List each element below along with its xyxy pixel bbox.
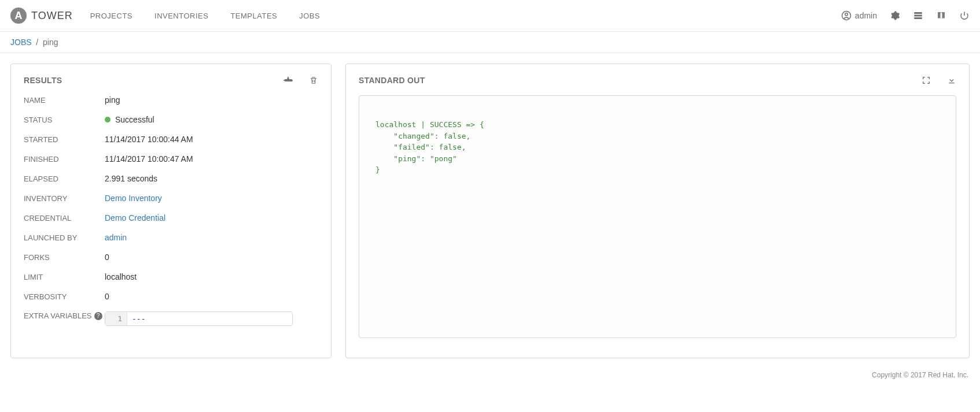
breadcrumb-current: ping <box>43 38 58 47</box>
value-started: 11/14/2017 10:00:44 AM <box>105 135 193 144</box>
brand-badge: A <box>10 8 27 24</box>
brand-logo[interactable]: A TOWER <box>10 8 73 24</box>
status-dot-icon <box>105 117 110 123</box>
label-status: STATUS <box>24 116 105 124</box>
current-user-name: admin <box>855 11 877 20</box>
current-user[interactable]: admin <box>841 10 877 21</box>
user-icon <box>841 10 852 21</box>
label-limit: LIMIT <box>24 273 105 281</box>
row-started: STARTED 11/14/2017 10:00:44 AM <box>24 135 318 144</box>
label-verbosity: VERBOSITY <box>24 292 105 301</box>
value-limit: localhost <box>105 272 137 281</box>
label-elapsed: ELAPSED <box>24 175 105 183</box>
breadcrumb-sep: / <box>34 38 43 47</box>
stdout-title: STANDARD OUT <box>359 76 425 85</box>
code-gutter: 1 <box>105 312 127 325</box>
row-verbosity: VERBOSITY 0 <box>24 292 318 301</box>
extra-vars-code[interactable]: 1 --- <box>105 311 293 326</box>
row-credential: CREDENTIAL Demo Credential <box>24 213 318 222</box>
results-panel: RESULTS NAME ping STATUS Successful <box>10 64 331 358</box>
row-launched-by: LAUNCHED BY admin <box>24 233 318 242</box>
stdout-output[interactable]: localhost | SUCCESS => { "changed": fals… <box>359 95 956 338</box>
label-extra-vars: EXTRA VARIABLES ? <box>24 311 105 320</box>
value-name: ping <box>105 95 120 105</box>
nav-projects[interactable]: PROJECTS <box>90 12 132 20</box>
label-forks: FORKS <box>24 253 105 262</box>
docs-icon[interactable] <box>936 10 946 21</box>
breadcrumb: JOBS / ping <box>0 32 980 53</box>
relaunch-icon[interactable] <box>283 76 293 85</box>
row-finished: FINISHED 11/14/2017 10:00:47 AM <box>24 154 318 164</box>
footer-copyright: Copyright © 2017 Red Hat, Inc. <box>0 369 980 381</box>
results-title: RESULTS <box>24 76 62 85</box>
value-credential-link[interactable]: Demo Credential <box>105 213 165 222</box>
row-extra-vars: EXTRA VARIABLES ? 1 --- <box>24 311 318 326</box>
value-verbosity: 0 <box>105 292 109 301</box>
label-launched-by: LAUNCHED BY <box>24 233 105 242</box>
breadcrumb-root[interactable]: JOBS <box>10 38 32 47</box>
svg-point-1 <box>845 13 848 16</box>
nav-jobs[interactable]: JOBS <box>299 12 320 20</box>
value-elapsed: 2.991 seconds <box>105 174 157 183</box>
gear-icon[interactable] <box>890 10 900 21</box>
expand-icon[interactable] <box>922 76 931 85</box>
svg-rect-3 <box>914 15 922 17</box>
value-forks: 0 <box>105 253 109 262</box>
svg-rect-4 <box>914 17 922 19</box>
label-started: STARTED <box>24 135 105 144</box>
row-elapsed: ELAPSED 2.991 seconds <box>24 174 318 183</box>
value-finished: 11/14/2017 10:00:47 AM <box>105 154 193 164</box>
power-icon[interactable] <box>959 10 970 21</box>
row-forks: FORKS 0 <box>24 253 318 262</box>
brand-name: TOWER <box>31 10 73 22</box>
download-icon[interactable] <box>947 76 956 85</box>
row-name: NAME ping <box>24 95 318 105</box>
row-status: STATUS Successful <box>24 115 318 124</box>
label-inventory: INVENTORY <box>24 194 105 203</box>
label-credential: CREDENTIAL <box>24 214 105 222</box>
user-menu-area: admin <box>841 10 970 21</box>
help-icon[interactable]: ? <box>94 312 102 320</box>
svg-rect-2 <box>914 12 922 14</box>
trash-icon[interactable] <box>309 76 318 85</box>
main-area: RESULTS NAME ping STATUS Successful <box>0 53 980 369</box>
row-inventory: INVENTORY Demo Inventory <box>24 194 318 203</box>
nav-templates[interactable]: TEMPLATES <box>230 12 277 20</box>
top-bar: A TOWER PROJECTS INVENTORIES TEMPLATES J… <box>0 0 980 32</box>
label-name: NAME <box>24 96 105 105</box>
code-content: --- <box>127 312 150 325</box>
value-status: Successful <box>105 115 154 124</box>
value-launched-by-link[interactable]: admin <box>105 233 127 242</box>
value-inventory-link[interactable]: Demo Inventory <box>105 194 162 203</box>
row-limit: LIMIT localhost <box>24 272 318 281</box>
stdout-panel: STANDARD OUT localhost | SUCCESS => { "c… <box>345 64 970 358</box>
main-nav: PROJECTS INVENTORIES TEMPLATES JOBS <box>90 12 320 20</box>
label-finished: FINISHED <box>24 155 105 164</box>
nav-inventories[interactable]: INVENTORIES <box>154 12 208 20</box>
inventory-stack-icon[interactable] <box>913 10 923 21</box>
